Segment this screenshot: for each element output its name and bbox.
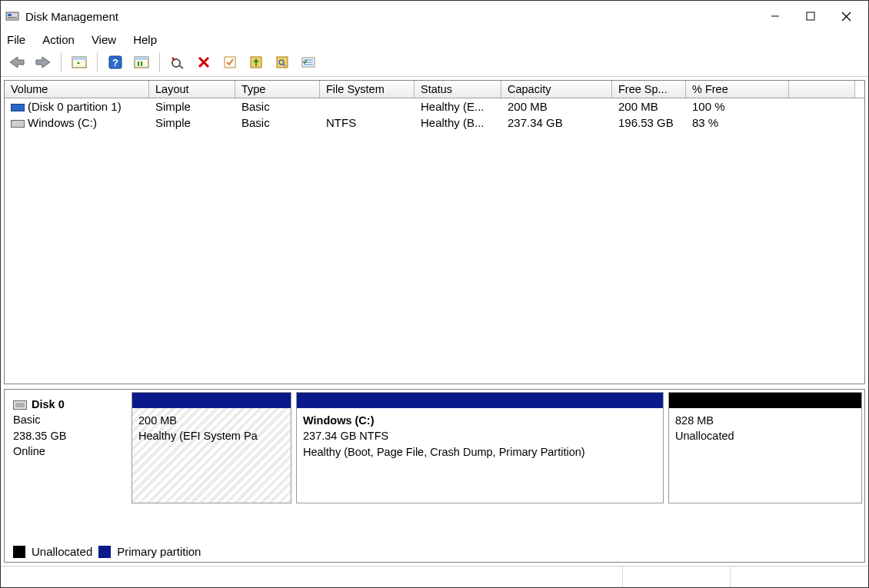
disk-management-window: Disk Management File Action View Help ? bbox=[0, 0, 869, 588]
partition[interactable]: 828 MBUnallocated bbox=[668, 392, 862, 503]
partition-header bbox=[297, 393, 663, 408]
svg-rect-26 bbox=[277, 57, 288, 68]
disk-partitions: 200 MBHealthy (EFI System PaWindows (C:)… bbox=[132, 392, 862, 540]
maximize-button[interactable] bbox=[793, 3, 828, 29]
partition[interactable]: 200 MBHealthy (EFI System Pa bbox=[132, 392, 291, 503]
properties-button[interactable] bbox=[218, 51, 241, 73]
column-header[interactable]: Status bbox=[415, 81, 501, 98]
svg-marker-7 bbox=[10, 57, 24, 68]
column-header[interactable] bbox=[789, 81, 855, 98]
column-header[interactable]: Free Sp... bbox=[612, 81, 686, 98]
upload-button[interactable] bbox=[245, 51, 268, 73]
partition-body: Windows (C:)237.34 GB NTFSHealthy (Boot,… bbox=[297, 408, 663, 503]
disk-row[interactable]: Disk 0 Basic 238.35 GB Online 200 MBHeal… bbox=[7, 392, 862, 540]
cell: 237.34 GB bbox=[501, 115, 612, 130]
legend-label: Primary partition bbox=[117, 545, 201, 558]
partition-body: 828 MBUnallocated bbox=[669, 408, 861, 503]
cell: Basic bbox=[235, 99, 320, 114]
titlebar: Disk Management bbox=[1, 1, 868, 32]
svg-rect-16 bbox=[138, 61, 139, 66]
disk-state: Online bbox=[13, 443, 121, 459]
volume-list[interactable]: VolumeLayoutTypeFile SystemStatusCapacit… bbox=[4, 80, 865, 384]
show-hide-tree-button[interactable] bbox=[68, 51, 91, 73]
cell: Basic bbox=[235, 115, 320, 130]
statusbar bbox=[1, 566, 868, 587]
toolbar: ? bbox=[1, 48, 868, 77]
disk-label[interactable]: Disk 0 Basic 238.35 GB Online bbox=[7, 392, 127, 540]
volume-row[interactable]: (Disk 0 partition 1)SimpleBasicHealthy (… bbox=[5, 98, 864, 115]
svg-rect-1 bbox=[8, 14, 12, 16]
column-header[interactable]: Volume bbox=[5, 81, 149, 98]
column-headers: VolumeLayoutTypeFile SystemStatusCapacit… bbox=[5, 81, 864, 98]
toolbar-separator bbox=[97, 52, 98, 72]
cell: NTFS bbox=[320, 115, 415, 130]
volume-row[interactable]: Windows (C:)SimpleBasicNTFSHealthy (B...… bbox=[5, 115, 864, 131]
svg-rect-10 bbox=[72, 57, 86, 60]
disk-icon bbox=[13, 400, 27, 410]
cell: 83 % bbox=[686, 115, 789, 130]
cell: 200 MB bbox=[501, 99, 612, 114]
disk-graphical-view: Disk 0 Basic 238.35 GB Online 200 MBHeal… bbox=[4, 389, 865, 563]
menu-view[interactable]: View bbox=[92, 33, 116, 46]
cell: 100 % bbox=[686, 99, 789, 114]
cell bbox=[789, 115, 855, 130]
svg-rect-2 bbox=[8, 17, 17, 18]
svg-rect-17 bbox=[141, 61, 142, 66]
partition-body: 200 MBHealthy (EFI System Pa bbox=[132, 408, 291, 503]
menu-action[interactable]: Action bbox=[42, 33, 75, 46]
column-header[interactable]: Layout bbox=[149, 81, 235, 98]
column-header[interactable]: File System bbox=[320, 81, 415, 98]
legend-label: Unallocated bbox=[32, 545, 92, 558]
svg-rect-15 bbox=[135, 57, 148, 60]
disk-size: 238.35 GB bbox=[13, 428, 121, 443]
menubar: File Action View Help bbox=[1, 32, 868, 48]
help-button[interactable]: ? bbox=[104, 51, 127, 73]
window-controls bbox=[757, 3, 864, 29]
toolbar-separator bbox=[159, 52, 160, 72]
column-header[interactable]: Type bbox=[235, 81, 320, 98]
disk-management-icon bbox=[5, 9, 19, 23]
cell: 200 MB bbox=[612, 99, 686, 114]
back-button[interactable] bbox=[5, 51, 28, 73]
list-button[interactable] bbox=[297, 51, 320, 73]
close-button[interactable] bbox=[828, 3, 864, 29]
svg-rect-4 bbox=[807, 12, 814, 20]
partition[interactable]: Windows (C:)237.34 GB NTFSHealthy (Boot,… bbox=[296, 392, 664, 503]
window-title: Disk Management bbox=[25, 10, 757, 23]
refresh-button[interactable] bbox=[166, 51, 189, 73]
column-header[interactable]: Capacity bbox=[501, 81, 612, 98]
column-header[interactable]: % Free bbox=[686, 81, 789, 98]
menu-help[interactable]: Help bbox=[133, 33, 157, 46]
toolbar-separator bbox=[61, 52, 62, 72]
cell: Simple bbox=[149, 115, 235, 130]
svg-marker-8 bbox=[36, 57, 50, 68]
svg-line-19 bbox=[179, 65, 183, 68]
legend-swatch bbox=[98, 546, 111, 558]
svg-point-18 bbox=[172, 59, 180, 67]
content: VolumeLayoutTypeFile SystemStatusCapacit… bbox=[4, 80, 865, 563]
forward-button[interactable] bbox=[32, 51, 55, 73]
delete-button[interactable] bbox=[192, 51, 215, 73]
explore-button[interactable] bbox=[271, 51, 294, 73]
legend: UnallocatedPrimary partition bbox=[7, 540, 862, 560]
cell: Simple bbox=[149, 99, 235, 114]
cell: Healthy (E... bbox=[415, 99, 501, 114]
volume-rows: (Disk 0 partition 1)SimpleBasicHealthy (… bbox=[5, 98, 864, 131]
legend-swatch bbox=[13, 546, 25, 558]
cell: (Disk 0 partition 1) bbox=[5, 99, 149, 114]
partition-header bbox=[132, 393, 291, 408]
disk-type: Basic bbox=[13, 412, 121, 427]
disk-name: Disk 0 bbox=[32, 398, 65, 410]
svg-line-20 bbox=[172, 58, 175, 60]
minimize-button[interactable] bbox=[757, 3, 793, 29]
menu-file[interactable]: File bbox=[7, 33, 25, 46]
cell: Windows (C:) bbox=[5, 115, 149, 130]
cell: Healthy (B... bbox=[415, 115, 501, 130]
svg-text:?: ? bbox=[112, 57, 118, 68]
cell bbox=[789, 99, 855, 114]
partition-header bbox=[669, 393, 861, 408]
settings-button[interactable] bbox=[130, 51, 153, 73]
cell: 196.53 GB bbox=[612, 115, 686, 130]
cell bbox=[320, 99, 415, 114]
